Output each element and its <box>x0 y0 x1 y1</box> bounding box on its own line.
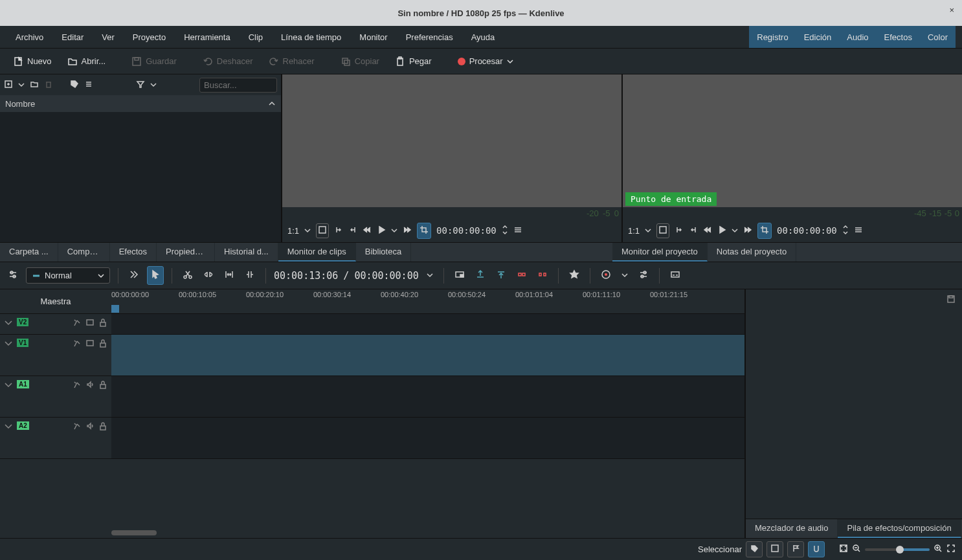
track-header[interactable]: A1 <box>0 376 111 417</box>
spinner-icon[interactable] <box>502 225 508 237</box>
save-button[interactable] <box>766 541 783 557</box>
chevron-down-icon[interactable] <box>391 226 397 236</box>
layout-registro[interactable]: Registro <box>749 28 796 46</box>
menu-clip[interactable]: Clip <box>240 28 272 46</box>
timecode[interactable]: 00:00:00:00 <box>777 225 837 236</box>
chevron-down-icon[interactable] <box>4 380 13 389</box>
chevron-down-icon[interactable] <box>424 268 436 283</box>
menu-editar[interactable]: Editar <box>52 28 93 46</box>
edit-mode-select[interactable]: Normal <box>26 267 110 284</box>
save-stack-icon[interactable] <box>946 295 956 306</box>
chevron-down-icon[interactable] <box>18 80 25 90</box>
preview-render-icon[interactable] <box>598 267 614 284</box>
clip-preview-icon[interactable] <box>452 267 467 284</box>
chevron-down-icon[interactable] <box>645 226 651 236</box>
zoom-out-icon[interactable] <box>852 544 861 555</box>
tab-efectos[interactable]: Efectos <box>110 243 157 262</box>
chevron-down-icon[interactable] <box>4 421 13 431</box>
forward-icon[interactable] <box>743 225 752 236</box>
undo-button[interactable]: Deshacer <box>196 52 260 71</box>
menu-monitor[interactable]: Monitor <box>350 28 396 46</box>
effects-icon[interactable] <box>73 380 82 389</box>
copy-button[interactable]: Copiar <box>334 52 386 71</box>
insert-marker-icon[interactable] <box>473 267 488 284</box>
lock-icon[interactable] <box>98 421 107 431</box>
overwrite-icon[interactable] <box>493 267 509 284</box>
zoom-slider[interactable] <box>865 548 930 551</box>
speaker-icon[interactable] <box>85 421 95 431</box>
zone-in-icon[interactable] <box>334 225 343 236</box>
menu-ver[interactable]: Ver <box>93 28 124 46</box>
chevron-down-icon[interactable] <box>304 226 311 236</box>
save-button[interactable]: Guardar <box>125 52 183 71</box>
tag-icon[interactable] <box>70 80 79 91</box>
track-header[interactable]: V2 <box>0 314 111 334</box>
zone-out-icon[interactable] <box>689 225 698 236</box>
track-body[interactable] <box>111 376 744 417</box>
chevron-down-icon[interactable] <box>4 339 13 348</box>
open-button[interactable]: Abrir... <box>61 52 113 71</box>
track-body[interactable] <box>111 314 744 334</box>
timecode[interactable]: 00:00:00:00 <box>436 225 497 236</box>
timeline-scrollbar[interactable] <box>0 528 744 538</box>
menu-herramienta[interactable]: Herramienta <box>175 28 240 46</box>
add-folder-icon[interactable] <box>30 80 39 91</box>
rewind-icon[interactable] <box>363 225 372 236</box>
layout-efectos[interactable]: Efectos <box>877 28 920 46</box>
chevron-down-icon[interactable] <box>619 268 631 283</box>
subtitles-icon[interactable] <box>667 267 683 284</box>
mute-icon[interactable] <box>85 339 95 348</box>
lock-icon[interactable] <box>98 380 107 389</box>
close-button[interactable]: × <box>949 5 954 15</box>
menu-proyecto[interactable]: Proyecto <box>124 28 175 46</box>
tab-notas[interactable]: Notas del proyecto <box>708 243 796 262</box>
tab-composiciones[interactable]: Compo... <box>58 243 110 262</box>
flag-button[interactable] <box>787 541 804 557</box>
chevron-down-icon[interactable] <box>4 318 13 327</box>
render-button[interactable]: Procesar <box>451 52 520 70</box>
grid-icon[interactable] <box>656 223 669 238</box>
crop-icon[interactable] <box>757 223 772 239</box>
play-icon[interactable] <box>717 225 726 236</box>
monitor-ruler[interactable] <box>282 207 621 219</box>
select-tool-icon[interactable] <box>147 266 164 285</box>
razor-tool-icon[interactable] <box>180 267 196 284</box>
spinner-icon[interactable] <box>842 225 849 237</box>
track-body[interactable] <box>111 335 744 375</box>
fit-zone-icon[interactable] <box>242 267 258 284</box>
rewind-icon[interactable] <box>703 225 712 236</box>
settings-icon[interactable] <box>5 267 21 284</box>
menu-ayuda[interactable]: Ayuda <box>462 28 504 46</box>
forward-icon[interactable] <box>403 225 412 236</box>
grid-icon[interactable] <box>316 223 329 238</box>
lift-icon[interactable] <box>535 267 550 284</box>
play-icon[interactable] <box>377 225 386 236</box>
bin-column-header[interactable]: Nombre <box>0 95 281 112</box>
tab-carpeta[interactable]: Carpeta ... <box>0 243 58 262</box>
hamburger-icon[interactable] <box>513 225 522 236</box>
track-tool-icon[interactable] <box>126 267 142 284</box>
lock-icon[interactable] <box>98 318 107 327</box>
scrollbar-thumb[interactable] <box>111 530 157 535</box>
favorite-icon[interactable] <box>566 267 582 284</box>
extract-icon[interactable] <box>514 267 530 284</box>
chevron-down-icon[interactable] <box>150 80 157 90</box>
paste-button[interactable]: Pegar <box>388 52 438 71</box>
speaker-icon[interactable] <box>85 380 95 389</box>
crop-icon[interactable] <box>417 223 431 239</box>
menu-linea-tiempo[interactable]: Línea de tiempo <box>272 28 350 46</box>
zoom-fit-icon[interactable] <box>839 544 848 555</box>
effects-icon[interactable] <box>73 339 82 348</box>
tab-mezclador[interactable]: Mezclador de audio <box>746 519 838 538</box>
menu-archivo[interactable]: Archivo <box>6 28 52 46</box>
filter-icon[interactable] <box>136 80 145 91</box>
chevron-down-icon[interactable] <box>732 226 738 236</box>
layout-edicion[interactable]: Edición <box>796 28 840 46</box>
bin-tree[interactable] <box>0 112 281 242</box>
playhead-icon[interactable] <box>111 305 119 313</box>
list-icon[interactable] <box>84 80 93 91</box>
tab-pila-efectos[interactable]: Pila de efectos/composición <box>838 519 961 538</box>
tab-monitor-clips[interactable]: Monitor de clips <box>278 243 356 262</box>
ruler-ticks[interactable]: 00:00:00:00 00:00:10:05 00:00:20:10 00:0… <box>111 289 744 313</box>
mixer-icon[interactable] <box>636 267 651 284</box>
